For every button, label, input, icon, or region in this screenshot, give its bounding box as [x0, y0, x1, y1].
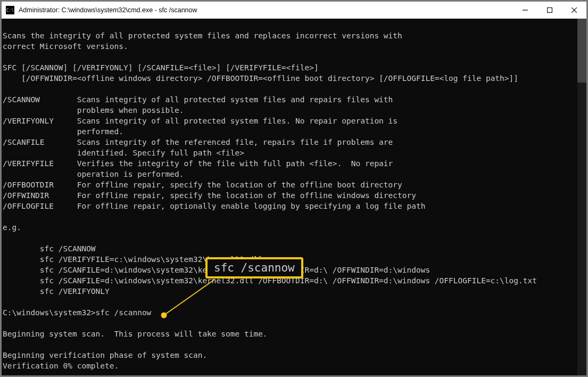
terminal-line: sfc /SCANNOW [3, 243, 576, 254]
terminal-line [3, 233, 576, 243]
terminal-line: C:\windows\system32>sfc /scannow [3, 307, 576, 318]
terminal-line: /OFFWINDIR For offline repair, specify t… [3, 190, 576, 201]
terminal-line: operation is performed. [3, 169, 576, 179]
titlebar[interactable]: C:\ Administrator: C:\windows\system32\c… [2, 2, 586, 19]
terminal-line: e.g. [3, 222, 576, 233]
terminal-line: identified. Specify full path <file> [3, 147, 576, 158]
terminal-line: SFC [/SCANNOW] [/VERIFYONLY] [/SCANFILE=… [3, 62, 576, 73]
close-button[interactable] [562, 2, 586, 19]
terminal-line: correct Microsoft versions. [3, 41, 576, 52]
terminal-line [3, 52, 576, 62]
terminal-line: /OFFBOOTDIR For offline repair, specify … [3, 179, 576, 190]
cmd-window: C:\ Administrator: C:\windows\system32\c… [1, 1, 587, 376]
terminal-area: Scans the integrity of all protected sys… [2, 19, 586, 375]
svg-rect-1 [548, 8, 552, 13]
terminal-line: /VERIFYFILE Verifies the integrity of th… [3, 158, 576, 169]
terminal-line [3, 84, 576, 94]
terminal-line: sfc /SCANFILE=d:\windows\system32\kernel… [3, 265, 576, 275]
terminal-line [3, 297, 576, 307]
scroll-thumb[interactable] [577, 19, 586, 83]
terminal-line: /VERIFYONLY Scans integrity of all prote… [3, 116, 576, 126]
terminal-line: sfc /SCANFILE=d:\windows\system32\kernel… [3, 275, 576, 286]
terminal-line: problems when possible. [3, 105, 576, 116]
window-title: Administrator: C:\windows\system32\cmd.e… [19, 6, 197, 14]
terminal-line: performed. [3, 126, 576, 137]
terminal-line: Beginning verification phase of system s… [3, 350, 576, 360]
terminal-line: Beginning system scan. This process will… [3, 329, 576, 339]
terminal-line [3, 20, 576, 30]
terminal-line: Verification 0% complete. [3, 360, 576, 371]
window-controls [513, 2, 586, 19]
terminal-line: [/OFFWINDIR=<offline windows directory> … [3, 73, 576, 84]
cmd-icon: C:\ [6, 6, 14, 14]
terminal-line: /OFFLOGFILE For offline repair, optional… [3, 201, 576, 211]
terminal-line: /SCANNOW Scans integrity of all protecte… [3, 94, 576, 105]
terminal-line: /SCANFILE Scans integrity of the referen… [3, 137, 576, 147]
minimize-button[interactable] [513, 2, 537, 19]
terminal-line [3, 339, 576, 350]
terminal-line [3, 211, 576, 222]
scrollbar[interactable] [577, 19, 586, 375]
terminal-line: sfc /VERIFYFILE=c:\windows\system32\kern… [3, 254, 576, 265]
terminal-line [3, 318, 576, 329]
terminal-line: Scans the integrity of all protected sys… [3, 30, 576, 41]
terminal-line: sfc /VERIFYONLY [3, 286, 576, 297]
terminal-output[interactable]: Scans the integrity of all protected sys… [2, 19, 577, 375]
maximize-button[interactable] [537, 2, 562, 19]
